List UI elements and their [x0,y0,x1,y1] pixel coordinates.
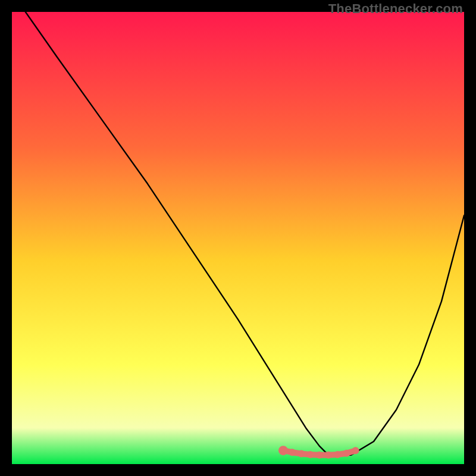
valley-highlight-dot [316,452,323,459]
bottleneck-chart [12,12,464,464]
gradient-background [12,12,464,464]
valley-highlight-dot [289,449,296,456]
valley-highlight-dot [343,450,350,457]
valley-highlight-dot [352,447,359,454]
valley-highlight-dot [298,450,305,458]
chart-frame [12,12,464,464]
valley-highlight-dot [334,451,341,458]
valley-highlight-dot [325,452,332,459]
watermark-text: TheBottlenecker.com [328,1,463,17]
valley-highlight-dot [278,446,288,455]
valley-highlight-dot [307,451,314,458]
